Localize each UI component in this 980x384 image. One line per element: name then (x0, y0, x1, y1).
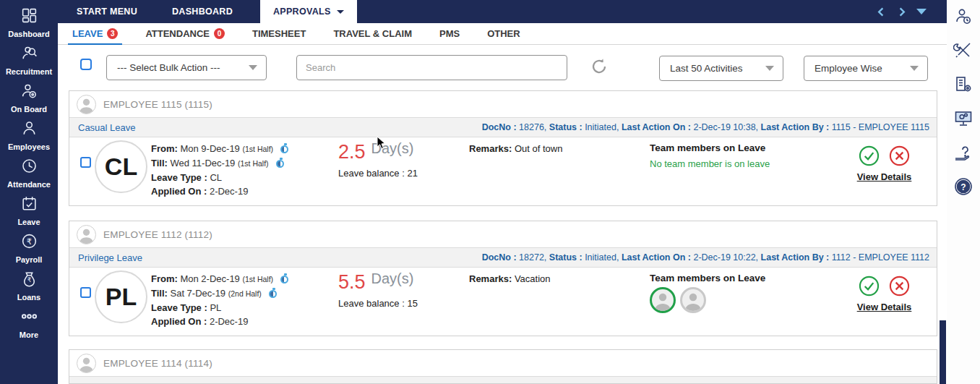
leave-type-badge: CL (95, 140, 147, 193)
team-members-label: Team members on Leave (650, 142, 770, 153)
reject-icon[interactable] (889, 276, 910, 296)
search-input[interactable] (296, 55, 567, 80)
refresh-button[interactable] (590, 57, 609, 76)
row-checkbox[interactable] (80, 157, 91, 168)
view-mode-value: Employee Wise (814, 63, 882, 74)
avatar (77, 225, 96, 244)
onboard-icon (20, 82, 38, 103)
days-unit: Day(s) (371, 140, 414, 157)
tab-timesheet-label: TIMESHEET (252, 28, 306, 39)
payroll-icon: ₹ (20, 232, 38, 253)
chevron-right-icon[interactable] (896, 7, 907, 17)
leave-type-title: Privilege Leave (78, 252, 142, 263)
loans-icon: ₹ (20, 270, 38, 291)
remarks: Remarks: Vacation (469, 273, 551, 284)
sidebar-item-payroll[interactable]: ₹ Payroll (0, 230, 58, 268)
tab-other[interactable]: OTHER (483, 23, 525, 45)
sidebar-item-more[interactable]: More (0, 305, 58, 343)
attendance-count-badge: 0 (214, 28, 225, 39)
leave-type-row: Casual Leave DocNo : 18276, Status : Ini… (69, 117, 937, 137)
team-member-avatar (680, 287, 706, 313)
sidebar-item-onboard[interactable]: On Board (0, 80, 58, 117)
activities-filter-select[interactable]: Last 50 Activities (659, 56, 783, 81)
employee-header: EMPLOYEE 1112 (1112) (69, 221, 937, 247)
tab-travel-claim[interactable]: TRAVEL & CLAIM (329, 23, 416, 45)
select-all-checkbox[interactable] (80, 59, 92, 70)
row-checkbox[interactable] (80, 287, 91, 298)
right-utility-rail: ? (947, 0, 980, 384)
sidebar-item-label: Leave (17, 218, 40, 226)
leave-dates: From: Mon 2-Dec-19 (1st Half) Till: Sat … (151, 272, 288, 328)
approve-icon[interactable] (859, 145, 880, 166)
company-settings-icon[interactable] (953, 74, 973, 95)
leave-balance: Leave balance : 21 (338, 168, 418, 179)
tools-icon[interactable] (953, 40, 973, 61)
team-members-label: Team members on Leave (650, 273, 765, 283)
leave-type-badge: PL (95, 270, 147, 323)
sidebar-item-dashboard[interactable]: Dashboard (0, 4, 58, 42)
sidebar-item-leave[interactable]: Leave (0, 192, 58, 230)
request-help-icon[interactable] (953, 142, 973, 163)
nav-dashboard[interactable]: DASHBOARD (172, 7, 233, 17)
system-config-icon[interactable] (953, 108, 973, 129)
days-unit: Day(s) (371, 270, 414, 287)
sidebar-item-label: Attendance (7, 180, 51, 189)
module-tabs: LEAVE 3 ATTENDANCE 0 TIMESHEET TRAVEL & … (58, 23, 947, 45)
bulk-action-select[interactable]: --- Select Bulk Action --- (106, 55, 267, 80)
sidebar-item-attendance[interactable]: Attendance (0, 155, 58, 192)
reject-icon[interactable] (889, 145, 910, 166)
view-details-link[interactable]: View Details (857, 302, 912, 312)
tab-attendance-label: ATTENDANCE (145, 28, 210, 39)
team-members-section: Team members on Leave (650, 273, 765, 313)
chevron-left-icon[interactable] (876, 7, 887, 17)
vertical-scrollbar-thumb[interactable] (940, 320, 946, 384)
attendance-icon (20, 157, 38, 178)
leave-request-card: EMPLOYEE 1115 (1115) Casual Leave DocNo … (69, 90, 937, 206)
chevron-down-icon (337, 10, 344, 14)
doc-status-line: DocNo : 18272, Status : Initiated, Last … (482, 252, 929, 263)
nav-start-menu[interactable]: START MENU (77, 7, 137, 17)
approval-actions: View Details (832, 276, 937, 313)
tab-timesheet[interactable]: TIMESHEET (248, 23, 310, 45)
avatar (77, 95, 96, 114)
tab-leave[interactable]: LEAVE 3 (68, 23, 122, 45)
leave-request-body: CL From: Mon 9-Dec-19 (1st Half) Till: W… (69, 137, 937, 205)
tab-leave-label: LEAVE (72, 28, 103, 39)
more-icon (20, 307, 38, 328)
chevron-down-icon (910, 66, 919, 71)
team-member-avatar (650, 287, 676, 313)
nav-approvals-label: APPROVALS (273, 7, 331, 17)
leave-request-body: PL From: Mon 2-Dec-19 (1st Half) Till: S… (69, 268, 937, 336)
sidebar-item-label: On Board (11, 105, 47, 114)
sidebar-item-label: Loans (17, 293, 40, 302)
person-roster-icon[interactable] (953, 7, 973, 27)
bulk-action-value: --- Select Bulk Action --- (117, 62, 220, 73)
half-day-icon (280, 276, 288, 283)
view-details-link[interactable]: View Details (857, 171, 912, 182)
sidebar-item-employees[interactable]: Employees (0, 117, 58, 155)
doc-status-line: DocNo : 18276, Status : Initiated, Last … (482, 122, 929, 132)
activities-filter-value: Last 50 Activities (670, 63, 743, 74)
chevron-down-icon (765, 66, 774, 71)
tab-attendance[interactable]: ATTENDANCE 0 (141, 23, 229, 45)
leave-type-title: Casual Leave (78, 122, 136, 133)
days-count: 5.5 (338, 272, 366, 292)
employee-name: EMPLOYEE 1114 (1114) (103, 358, 212, 369)
recruitment-icon (20, 44, 38, 65)
sidebar-item-loans[interactable]: ₹ Loans (0, 268, 58, 305)
leave-icon (20, 195, 38, 216)
approve-icon[interactable] (859, 276, 880, 296)
view-mode-select[interactable]: Employee Wise (804, 56, 928, 81)
caret-down-icon[interactable] (916, 9, 927, 14)
avatar (77, 354, 96, 373)
leave-balance: Leave balance : 15 (338, 298, 418, 309)
tab-pms[interactable]: PMS (435, 23, 464, 45)
help-icon[interactable]: ? (953, 176, 973, 197)
tab-other-label: OTHER (487, 28, 520, 39)
employees-icon (20, 119, 38, 140)
leave-count-badge: 3 (107, 28, 118, 39)
sidebar-item-recruitment[interactable]: Recruitment (0, 42, 58, 80)
sidebar-item-label: Recruitment (6, 67, 52, 76)
half-day-icon (269, 290, 277, 298)
nav-approvals-active-tab[interactable]: APPROVALS (260, 0, 357, 23)
